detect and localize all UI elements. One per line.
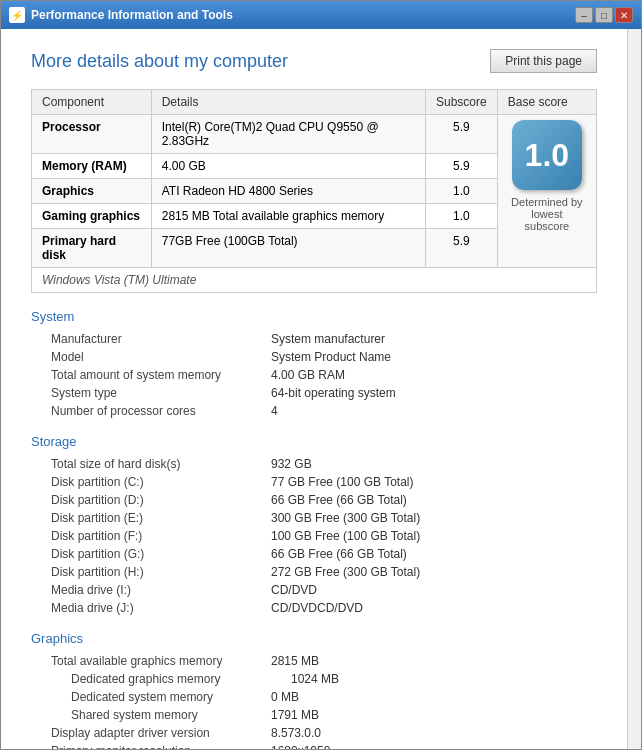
row-details-2: ATI Radeon HD 4800 Series bbox=[151, 179, 425, 204]
score-badge: 1.0 bbox=[512, 120, 582, 190]
list-item: Manufacturer System manufacturer bbox=[31, 330, 597, 348]
list-item: Total available graphics memory 2815 MB bbox=[31, 652, 597, 670]
main-window: ⚡ Performance Information and Tools – □ … bbox=[0, 0, 642, 750]
list-item: Disk partition (D:) 66 GB Free (66 GB To… bbox=[31, 491, 597, 509]
col-subscore: Subscore bbox=[426, 90, 498, 115]
storage-c-label: Disk partition (C:) bbox=[31, 473, 251, 491]
gfx-total-value: 2815 MB bbox=[251, 652, 597, 670]
storage-f-label: Disk partition (F:) bbox=[31, 527, 251, 545]
list-item: Disk partition (E:) 300 GB Free (300 GB … bbox=[31, 509, 597, 527]
storage-total-value: 932 GB bbox=[251, 455, 597, 473]
system-info-table: Manufacturer System manufacturer Model S… bbox=[31, 330, 597, 420]
list-item: Primary monitor resolution 1680x1050 bbox=[31, 742, 597, 749]
row-component-3: Gaming graphics bbox=[32, 204, 152, 229]
gfx-total-label: Total available graphics memory bbox=[31, 652, 251, 670]
list-item: Disk partition (H:) 272 GB Free (300 GB … bbox=[31, 563, 597, 581]
list-item: Number of processor cores 4 bbox=[31, 402, 597, 420]
storage-d-value: 66 GB Free (66 GB Total) bbox=[251, 491, 597, 509]
page-title: More details about my computer bbox=[31, 51, 288, 72]
window-title: Performance Information and Tools bbox=[31, 8, 233, 22]
storage-h-value: 272 GB Free (300 GB Total) bbox=[251, 563, 597, 581]
storage-section-header: Storage bbox=[31, 434, 597, 449]
gfx-primary-value: 1680x1050 bbox=[251, 742, 597, 749]
list-item: Disk partition (C:) 77 GB Free (100 GB T… bbox=[31, 473, 597, 491]
base-score-cell: 1.0 Determined by lowest subscore bbox=[497, 115, 596, 268]
storage-info-table: Total size of hard disk(s) 932 GB Disk p… bbox=[31, 455, 597, 617]
list-item: Display adapter driver version 8.573.0.0 bbox=[31, 724, 597, 742]
graphics-section-header: Graphics bbox=[31, 631, 597, 646]
row-subscore-2: 1.0 bbox=[426, 179, 498, 204]
storage-c-value: 77 GB Free (100 GB Total) bbox=[251, 473, 597, 491]
system-cores-value: 4 bbox=[251, 402, 597, 420]
table-row: Processor Intel(R) Core(TM)2 Quad CPU Q9… bbox=[32, 115, 597, 154]
header-row: More details about my computer Print thi… bbox=[31, 49, 597, 73]
system-section-header: System bbox=[31, 309, 597, 324]
system-type-label: System type bbox=[31, 384, 251, 402]
list-item: Total size of hard disk(s) 932 GB bbox=[31, 455, 597, 473]
list-item: Dedicated system memory 0 MB bbox=[31, 688, 597, 706]
row-component-2: Graphics bbox=[32, 179, 152, 204]
row-component-0: Processor bbox=[32, 115, 152, 154]
row-subscore-1: 5.9 bbox=[426, 154, 498, 179]
gfx-dedsys-value: 0 MB bbox=[251, 688, 597, 706]
gfx-dedsys-label: Dedicated system memory bbox=[31, 688, 251, 706]
row-details-4: 77GB Free (100GB Total) bbox=[151, 229, 425, 268]
storage-j-label: Media drive (J:) bbox=[31, 599, 251, 617]
row-component-4: Primary hard disk bbox=[32, 229, 152, 268]
system-model-label: Model bbox=[31, 348, 251, 366]
storage-i-value: CD/DVD bbox=[251, 581, 597, 599]
list-item: Disk partition (G:) 66 GB Free (66 GB To… bbox=[31, 545, 597, 563]
list-item: Disk partition (F:) 100 GB Free (100 GB … bbox=[31, 527, 597, 545]
gfx-shared-value: 1791 MB bbox=[251, 706, 597, 724]
storage-h-label: Disk partition (H:) bbox=[31, 563, 251, 581]
gfx-primary-label: Primary monitor resolution bbox=[31, 742, 251, 749]
system-memory-value: 4.00 GB RAM bbox=[251, 366, 597, 384]
minimize-button[interactable]: – bbox=[575, 7, 593, 23]
list-item: Total amount of system memory 4.00 GB RA… bbox=[31, 366, 597, 384]
title-bar: ⚡ Performance Information and Tools – □ … bbox=[1, 1, 641, 29]
score-table: Component Details Subscore Base score Pr… bbox=[31, 89, 597, 293]
row-details-0: Intel(R) Core(TM)2 Quad CPU Q9550 @ 2.83… bbox=[151, 115, 425, 154]
col-details: Details bbox=[151, 90, 425, 115]
row-subscore-0: 5.9 bbox=[426, 115, 498, 154]
score-caption-1: Determined by bbox=[508, 196, 586, 208]
system-cores-label: Number of processor cores bbox=[31, 402, 251, 420]
system-memory-label: Total amount of system memory bbox=[31, 366, 251, 384]
row-subscore-4: 5.9 bbox=[426, 229, 498, 268]
storage-j-value: CD/DVDCD/DVD bbox=[251, 599, 597, 617]
list-item: Model System Product Name bbox=[31, 348, 597, 366]
maximize-button[interactable]: □ bbox=[595, 7, 613, 23]
table-header-row: Component Details Subscore Base score bbox=[32, 90, 597, 115]
window-controls: – □ ✕ bbox=[575, 7, 633, 23]
storage-d-label: Disk partition (D:) bbox=[31, 491, 251, 509]
system-manufacturer-label: Manufacturer bbox=[31, 330, 251, 348]
row-details-1: 4.00 GB bbox=[151, 154, 425, 179]
score-caption-2: lowest subscore bbox=[508, 208, 586, 232]
storage-g-label: Disk partition (G:) bbox=[31, 545, 251, 563]
storage-g-value: 66 GB Free (66 GB Total) bbox=[251, 545, 597, 563]
gfx-driver-value: 8.573.0.0 bbox=[251, 724, 597, 742]
gfx-dedicated-value: 1024 MB bbox=[251, 670, 597, 688]
system-type-value: 64-bit operating system bbox=[251, 384, 597, 402]
system-model-value: System Product Name bbox=[251, 348, 597, 366]
title-bar-left: ⚡ Performance Information and Tools bbox=[9, 7, 233, 23]
close-button[interactable]: ✕ bbox=[615, 7, 633, 23]
row-details-3: 2815 MB Total available graphics memory bbox=[151, 204, 425, 229]
list-item: System type 64-bit operating system bbox=[31, 384, 597, 402]
list-item: Media drive (I:) CD/DVD bbox=[31, 581, 597, 599]
storage-i-label: Media drive (I:) bbox=[31, 581, 251, 599]
graphics-info-table: Total available graphics memory 2815 MB … bbox=[31, 652, 597, 749]
list-item: Dedicated graphics memory 1024 MB bbox=[31, 670, 597, 688]
print-button[interactable]: Print this page bbox=[490, 49, 597, 73]
gfx-driver-label: Display adapter driver version bbox=[31, 724, 251, 742]
window-icon: ⚡ bbox=[9, 7, 25, 23]
gfx-dedicated-label: Dedicated graphics memory bbox=[31, 670, 251, 688]
list-item: Media drive (J:) CD/DVDCD/DVD bbox=[31, 599, 597, 617]
storage-e-value: 300 GB Free (300 GB Total) bbox=[251, 509, 597, 527]
os-label: Windows Vista (TM) Ultimate bbox=[32, 268, 597, 293]
scrollbar[interactable] bbox=[627, 29, 641, 749]
storage-f-value: 100 GB Free (100 GB Total) bbox=[251, 527, 597, 545]
content-area: More details about my computer Print thi… bbox=[1, 29, 627, 749]
storage-e-label: Disk partition (E:) bbox=[31, 509, 251, 527]
col-component: Component bbox=[32, 90, 152, 115]
